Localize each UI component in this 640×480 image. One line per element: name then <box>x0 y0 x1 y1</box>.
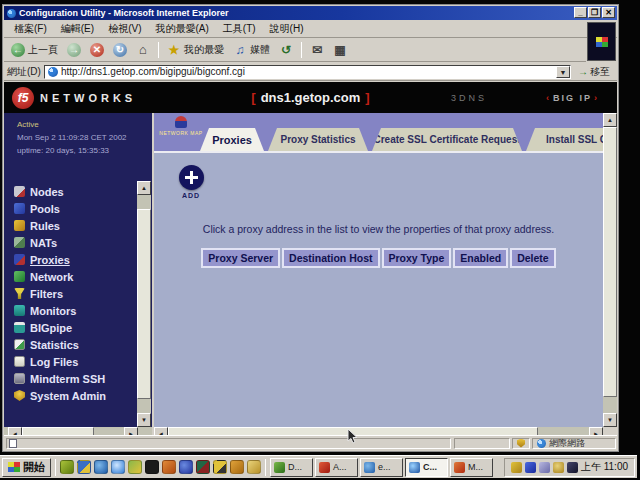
quicklaunch-icon-10[interactable] <box>213 460 227 474</box>
mail-icon <box>310 43 324 57</box>
print-icon <box>333 43 347 57</box>
sidebar-item-bigpipe[interactable]: BIGpipe <box>14 319 106 336</box>
quicklaunch-icon-8[interactable] <box>179 460 193 474</box>
refresh-button[interactable] <box>110 42 130 58</box>
sidebar-item-rules[interactable]: Rules <box>14 217 106 234</box>
main-frame: NETWORK MAP Proxies Proxy Statistics Cre… <box>152 113 617 441</box>
task-icon <box>274 462 285 473</box>
menu-file[interactable]: 檔案(F) <box>8 20 53 38</box>
sidebar-item-proxies[interactable]: Proxies <box>14 251 106 268</box>
statistics-icon <box>14 339 25 350</box>
task-button-3[interactable]: e... <box>360 458 403 477</box>
task-button-2[interactable]: A... <box>315 458 358 477</box>
f5-banner: f5 NETWORKS [ dns1.getop.com ] 3DNS BIG … <box>4 82 617 113</box>
tray-icon-2[interactable] <box>525 462 536 473</box>
status-panel-security <box>512 438 530 449</box>
frameset: Active Mon Sep 2 11:09:28 CET 2002 uptim… <box>4 113 617 441</box>
scrollbar-thumb[interactable] <box>603 127 617 397</box>
minimize-button[interactable]: _ <box>574 7 587 18</box>
tray-icon-1[interactable] <box>511 462 522 473</box>
tab-proxies[interactable]: Proxies <box>200 128 264 151</box>
sidebar-vertical-scrollbar[interactable]: ▲ ▼ <box>137 181 151 427</box>
task-button-5[interactable]: M... <box>450 458 493 477</box>
restore-button[interactable]: ❐ <box>588 7 601 18</box>
mail-button[interactable] <box>307 42 327 58</box>
system-tray: 上午 11:00 <box>504 458 635 477</box>
menu-tools[interactable]: 工具(T) <box>217 20 262 38</box>
add-proxy-button[interactable]: ADD <box>170 165 212 199</box>
sidebar-item-nodes[interactable]: Nodes <box>14 183 106 200</box>
history-button[interactable] <box>276 42 296 58</box>
scroll-down-button[interactable]: ▼ <box>603 413 617 427</box>
address-field[interactable]: ▼ <box>44 65 571 79</box>
system-admin-icon <box>14 390 25 401</box>
close-button[interactable]: ✕ <box>602 7 615 18</box>
internet-zone-icon <box>537 439 546 448</box>
quicklaunch-icon-6[interactable] <box>145 460 159 474</box>
go-label: 移至 <box>590 65 610 79</box>
address-dropdown-button[interactable]: ▼ <box>556 66 570 78</box>
f5-logo: f5 <box>12 87 34 109</box>
sidebar-item-system-admin[interactable]: System Admin <box>14 387 106 404</box>
sidebar-item-filters[interactable]: Filters <box>14 285 106 302</box>
product-bigip: BIG IP <box>546 93 599 103</box>
ie-window-icon <box>7 9 16 18</box>
quicklaunch-icon-12[interactable] <box>247 460 261 474</box>
sidebar-item-network[interactable]: Network <box>14 268 106 285</box>
taskbar-separator <box>265 459 266 476</box>
bigpipe-icon <box>14 322 25 333</box>
quicklaunch-icon-4[interactable] <box>111 460 125 474</box>
task-icon <box>319 462 330 473</box>
task-button-1[interactable]: D... <box>270 458 313 477</box>
sidebar-item-nats[interactable]: NATs <box>14 234 106 251</box>
start-button[interactable]: 開始 <box>2 458 51 477</box>
add-label: ADD <box>170 192 212 199</box>
quicklaunch-icon-2[interactable] <box>77 460 91 474</box>
back-button[interactable]: 上一頁 <box>8 42 61 58</box>
network-map-button[interactable]: NETWORK MAP <box>159 116 203 148</box>
address-input[interactable] <box>61 66 556 77</box>
scroll-down-button[interactable]: ▼ <box>137 413 151 427</box>
sidebar-item-statistics[interactable]: Statistics <box>14 336 106 353</box>
status-uptime: uptime: 20 days, 15:35:33 <box>17 144 127 157</box>
scrollbar-thumb[interactable] <box>137 209 151 399</box>
column-delete: Delete <box>510 248 556 268</box>
quicklaunch-icon-5[interactable] <box>128 460 142 474</box>
forward-icon <box>67 43 81 57</box>
print-button[interactable] <box>330 42 350 58</box>
sidebar-item-pools[interactable]: Pools <box>14 200 106 217</box>
forward-button[interactable] <box>64 42 84 58</box>
scroll-up-button[interactable]: ▲ <box>603 113 617 127</box>
sidebar-item-mindterm-ssh[interactable]: Mindterm SSH <box>14 370 106 387</box>
media-button[interactable]: 媒體 <box>230 42 273 58</box>
column-enabled: Enabled <box>453 248 508 268</box>
quicklaunch-icon-1[interactable] <box>60 460 74 474</box>
tray-icon-3[interactable] <box>539 462 550 473</box>
quicklaunch-icon-3[interactable] <box>94 460 108 474</box>
tab-create-ssl-certificate-request[interactable]: Create SSL Certificate Request <box>372 128 522 151</box>
quicklaunch-icon-7[interactable] <box>162 460 176 474</box>
main-vertical-scrollbar[interactable]: ▲ ▼ <box>603 113 617 427</box>
monitors-icon <box>14 305 25 316</box>
task-button-configuration-utility[interactable]: C... <box>405 458 448 477</box>
address-label: 網址(D) <box>7 65 41 79</box>
quicklaunch-icon-11[interactable] <box>230 460 244 474</box>
stop-button[interactable] <box>87 42 107 58</box>
sidebar-item-monitors[interactable]: Monitors <box>14 302 106 319</box>
tab-proxy-statistics[interactable]: Proxy Statistics <box>268 128 368 151</box>
home-button[interactable] <box>133 42 153 58</box>
menu-help[interactable]: 說明(H) <box>264 20 310 38</box>
menu-view[interactable]: 檢視(V) <box>102 20 147 38</box>
scroll-up-button[interactable]: ▲ <box>137 181 151 195</box>
go-button[interactable]: → 移至 <box>574 65 614 79</box>
menu-favorites[interactable]: 我的最愛(A) <box>149 20 214 38</box>
title-bar: Configuration Utility - Microsoft Intern… <box>4 6 617 20</box>
column-proxy-server: Proxy Server <box>201 248 280 268</box>
sidebar-item-log-files[interactable]: Log Files <box>14 353 106 370</box>
tray-icon-4[interactable] <box>553 462 564 473</box>
tab-bar: NETWORK MAP Proxies Proxy Statistics Cre… <box>154 113 617 151</box>
quicklaunch-icon-9[interactable] <box>196 460 210 474</box>
favorites-button[interactable]: 我的最愛 <box>164 42 227 58</box>
menu-edit[interactable]: 編輯(E) <box>55 20 100 38</box>
tray-icon-5[interactable] <box>567 462 578 473</box>
